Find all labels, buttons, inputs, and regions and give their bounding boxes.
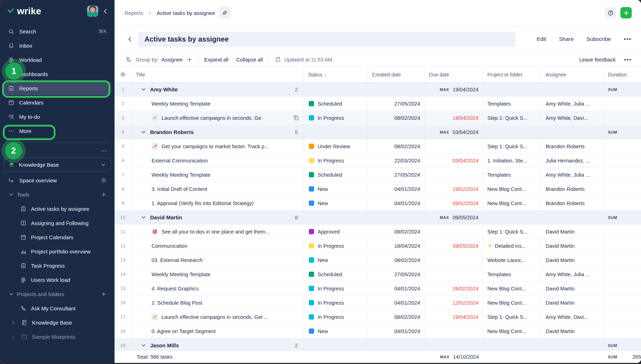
chevron-right-icon[interactable] [11, 319, 16, 326]
column-header-title[interactable]: Title [132, 67, 304, 82]
column-header-created-date[interactable]: Created date [368, 67, 425, 82]
group-row[interactable]: 4Brandon Roberts5MAX03/04/2024SUM [115, 125, 641, 139]
chevron-down-icon[interactable] [140, 129, 147, 135]
create-new-button[interactable] [620, 7, 632, 18]
chart-up-icon [152, 143, 158, 150]
task-title: Communication [152, 243, 187, 249]
sidebar-tool-task-progress[interactable]: Task Progress [4, 258, 111, 273]
table-row[interactable]: 162. Schedule Blog PostIn Progress04/01/… [115, 296, 641, 310]
sidebar-item-calendars[interactable]: Calendars [4, 95, 111, 109]
breadcrumb-parent[interactable]: Reports [125, 10, 143, 16]
group-name: Amy White [150, 86, 178, 92]
table-row[interactable]: 12CommunicationIn Progress18/04/202409/0… [115, 239, 641, 253]
table-row[interactable]: 11See all your to-dos in one place and g… [115, 225, 641, 239]
subscribe-button[interactable]: Subscribe [587, 36, 611, 42]
space-menu-icon[interactable] [100, 148, 107, 154]
sidebar-item-more[interactable]: More [4, 124, 111, 138]
chevron-down-icon[interactable] [140, 86, 147, 93]
space-selector[interactable]: Knowledge Base [4, 157, 111, 172]
plus-icon[interactable] [100, 291, 107, 297]
due-date-cell: 19/04/2024 [425, 310, 483, 324]
due-date-cell [425, 338, 483, 350]
group-row[interactable]: 1Amy White2MAX19/04/2024SUM [115, 82, 641, 97]
sidebar-item-space-overview[interactable]: Space overview [4, 173, 111, 187]
column-label: Title [136, 72, 145, 77]
sidebar-tool-project-portfolio-overview[interactable]: Project portfolio overview [4, 244, 111, 258]
table-row[interactable]: 7Weekly Meeting TemplateScheduled27/05/2… [115, 168, 641, 182]
table-settings-button[interactable] [115, 67, 132, 82]
sum-value: 265 [632, 354, 641, 360]
table-row[interactable]: 1303. External ResearchNew08/02/2024Webs… [115, 253, 641, 267]
status-label: Scheduled [318, 272, 342, 277]
projects-section-header[interactable]: Projects and folders [4, 287, 111, 301]
group-title-cell: David Martin8 [132, 210, 304, 224]
sidebar-project-knowledge-base[interactable]: Knowledge Base [4, 315, 111, 330]
table-row[interactable]: 180. Agree on Target SegmentNew04/01/202… [115, 324, 641, 338]
table-row[interactable]: 5Get your campaigns to market faster. Tr… [115, 139, 641, 154]
project-cell: New Blog Cont... [483, 324, 541, 338]
group-row[interactable]: 10David Martin8MAX09/05/2024SUM [115, 210, 641, 225]
sidebar-item-my-to-do[interactable]: My to-do [4, 109, 111, 124]
group-title-cell: Jason Mills2 [132, 338, 304, 350]
copy-icon[interactable] [293, 115, 299, 121]
column-header-status[interactable]: Status↓ [304, 67, 368, 82]
table-row[interactable]: 2Weekly Meeting TemplateScheduled27/05/2… [115, 97, 641, 111]
table-row[interactable]: 91. Approval (Verify fits into Editorial… [115, 196, 641, 210]
due-date-cell [425, 324, 483, 338]
sidebar-tool-active-tasks-by-assignee[interactable]: Active tasks by assignee [4, 202, 111, 216]
sidebar-collapse-button[interactable] [102, 8, 109, 14]
table-row[interactable]: 83. Initial Draft of ContentNew04/01/202… [115, 182, 641, 196]
group-row[interactable]: 19Jason Mills2SUM [115, 338, 641, 350]
gear-icon [120, 71, 126, 78]
status-label: New [318, 200, 328, 206]
task-title-cell: 3. Initial Draft of Content [132, 182, 304, 196]
table-row[interactable]: 14Weekly Meeting TemplateScheduled27/05/… [115, 267, 641, 282]
tools-section-header[interactable]: Tools [4, 187, 111, 202]
sidebar-item-label: More [19, 128, 31, 134]
project-name: Templates [487, 172, 511, 178]
report-title-input[interactable]: Active tasks by assignee [138, 32, 516, 47]
chevron-down-icon[interactable] [140, 214, 147, 221]
plus-icon[interactable] [100, 191, 107, 198]
column-header-assignee[interactable]: Assignee [541, 67, 604, 82]
sidebar-item-inbox[interactable]: Inbox [4, 38, 111, 53]
share-button[interactable]: Share [559, 36, 573, 42]
sidebar-tool-project-calendars[interactable]: Project Calendars [4, 230, 111, 244]
chevron-down-icon[interactable] [140, 342, 147, 349]
leave-feedback-button[interactable]: Leave feedback [579, 57, 615, 63]
table-more-options-button[interactable]: ••• [624, 57, 632, 63]
gear-icon[interactable] [100, 177, 107, 183]
chevron-right-icon[interactable] [11, 333, 16, 340]
status-label: Under Review [318, 144, 350, 149]
add-grouping-icon[interactable] [186, 57, 192, 63]
collapse-all-button[interactable]: Collapse all [236, 57, 263, 63]
expand-all-button[interactable]: Expand all [204, 57, 228, 63]
space-selector-label: Knowledge Base [19, 162, 59, 168]
help-button[interactable] [605, 7, 616, 18]
sidebar-project-ask-my-consultant[interactable]: Ask My Consultant [4, 301, 111, 315]
sidebar-item-reports[interactable]: Reports [4, 81, 111, 95]
column-header-duration[interactable]: Duration [604, 67, 641, 82]
sidebar-tool-users-work-load[interactable]: Users Work load [4, 273, 111, 287]
table-row[interactable]: 6External CommunicationIn Progress22/03/… [115, 154, 641, 168]
duration-cell [604, 296, 641, 310]
sidebar-item-search[interactable]: Search⌘K [4, 24, 111, 38]
more-actions-button[interactable]: ••• [624, 36, 632, 42]
task-title-cell: Launch effective campaigns in seconds. G… [132, 310, 304, 324]
sidebar-project-sample-blueprints[interactable]: Sample Blueprints [4, 330, 111, 344]
table-row[interactable]: 17Launch effective campaigns in seconds.… [115, 310, 641, 324]
sidebar-tool-assigning-and-following[interactable]: Assigning and Following [4, 216, 111, 230]
back-button[interactable] [124, 36, 136, 42]
column-header-project-or-folder[interactable]: Project or folder [483, 67, 541, 82]
column-header-due-date[interactable]: Due date [425, 67, 483, 82]
edit-button[interactable]: Edit [537, 36, 546, 42]
pin-button[interactable] [219, 7, 231, 19]
group-task-count: 8 [295, 214, 298, 220]
table-row[interactable]: 154. Request GraphicsIn Progress04/01/20… [115, 282, 641, 296]
refresh-icon[interactable] [275, 57, 281, 63]
table-row[interactable]: 3Launch effective campaigns in seconds. … [115, 111, 641, 125]
footer-sum-duration: SUM 265 [604, 350, 641, 363]
group-by-value[interactable]: Assignee [161, 57, 183, 63]
wrike-logo[interactable]: wrike [8, 6, 41, 17]
user-avatar[interactable] [87, 6, 98, 17]
